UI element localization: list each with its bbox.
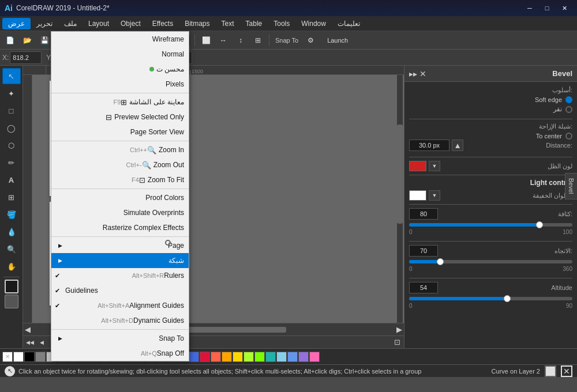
altitude-track[interactable] — [409, 297, 572, 300]
menu-zoom-fit[interactable]: F4 ⊡ Zoom To Fit — [51, 172, 189, 187]
menu-preview-selected[interactable]: ⊟ Preview Selected Only — [51, 110, 189, 125]
altitude-thumb[interactable] — [504, 295, 511, 302]
text-tool[interactable]: A — [2, 172, 21, 188]
menu-tools[interactable]: Tools — [268, 18, 295, 29]
soft-edge-option[interactable]: Soft edge — [409, 96, 572, 103]
menu-zoom-out[interactable]: Ctrl+- 🔍 Zoom Out — [51, 157, 189, 172]
color-black[interactable] — [24, 352, 35, 362]
distance-up-btn[interactable]: ▲ — [452, 140, 463, 151]
fit-height-btn[interactable]: ↕ — [233, 33, 248, 47]
open-btn[interactable]: 📂 — [20, 33, 35, 47]
to-center-option[interactable]: To center — [409, 133, 572, 140]
menu-bitmaps[interactable]: Bitmaps — [179, 18, 215, 29]
menu-edit[interactable]: تحرير — [31, 18, 58, 29]
scroll-left-btn[interactable]: ◀ — [23, 323, 32, 336]
menu-rulers[interactable]: ✔ Alt+Shift+R Rulers — [51, 268, 189, 283]
maximize-button[interactable]: □ — [539, 2, 555, 14]
zoom-tool[interactable]: 🔍 — [2, 241, 21, 257]
color-hotpink[interactable] — [309, 352, 320, 362]
eyedropper-tool[interactable]: 💧 — [2, 224, 21, 240]
fill-tool[interactable]: 🪣 — [2, 206, 21, 223]
menu-pixels[interactable]: Pixels — [51, 77, 189, 92]
menu-table[interactable]: Table — [240, 18, 268, 29]
menu-fullscreen[interactable]: F9 ⊞ معاينة على الشاشة — [51, 95, 189, 110]
table-tool[interactable]: ⊞ — [2, 189, 21, 205]
ellipse-tool[interactable]: ◯ — [2, 120, 21, 136]
menu-grid-sub[interactable]: ▶ شبكة — [51, 253, 189, 268]
menu-wireframe[interactable]: Wireframe — [51, 32, 189, 47]
intensity-input[interactable] — [409, 208, 438, 220]
status-color-fill[interactable] — [545, 365, 556, 377]
altitude-input[interactable] — [409, 282, 438, 293]
scrollbar-v[interactable] — [397, 75, 403, 323]
direction-track[interactable] — [409, 260, 572, 263]
x-input[interactable] — [10, 51, 42, 64]
light-color-swatch[interactable] — [409, 190, 426, 201]
emboss-option[interactable]: نقر — [409, 105, 572, 113]
scrollbar-thumb-v[interactable] — [397, 125, 403, 224]
intensity-thumb[interactable] — [536, 221, 543, 228]
menu-effects[interactable]: Effects — [147, 18, 179, 29]
shadow-color-swatch[interactable] — [409, 161, 426, 171]
color-gold[interactable] — [233, 352, 243, 362]
menu-snap-off[interactable]: Alt+Q Snap Off — [51, 346, 189, 361]
menu-view[interactable]: عرض — [2, 18, 31, 29]
menu-normal[interactable]: Normal — [51, 47, 189, 62]
menu-help[interactable]: تعليمات — [332, 18, 366, 29]
fit-page-btn[interactable]: ⬜ — [198, 33, 213, 47]
shadow-color-btn[interactable]: ▼ — [429, 161, 440, 171]
pen-tool[interactable]: ✏ — [2, 154, 21, 171]
close-button[interactable]: ✕ — [556, 2, 572, 14]
color-cornflowerblue[interactable] — [287, 352, 298, 362]
shape-tool[interactable]: ✦ — [2, 85, 21, 101]
color-crimson[interactable] — [200, 352, 210, 362]
select-tool[interactable]: ↖ — [2, 68, 21, 84]
color-skyblue[interactable] — [276, 352, 287, 362]
menu-dynamic-guides[interactable]: Alt+Shift+D Dynamic Guides — [51, 313, 189, 328]
emboss-radio[interactable] — [565, 106, 572, 113]
panel-expand-btn[interactable]: ▸▸ — [409, 69, 417, 78]
menu-file[interactable]: ملف — [58, 18, 83, 29]
outline-color-btn[interactable] — [5, 280, 18, 293]
color-lightseagreen[interactable] — [265, 352, 276, 362]
intensity-track[interactable] — [409, 223, 572, 227]
soft-edge-radio[interactable] — [565, 96, 572, 103]
color-royalblue[interactable] — [189, 352, 199, 362]
settings-btn[interactable]: ⚙ — [303, 33, 318, 47]
menu-page-sub[interactable]: ▶ Page — [51, 238, 189, 253]
fill-color-btn[interactable] — [5, 295, 18, 308]
menu-object[interactable]: Object — [115, 18, 147, 29]
launch-btn[interactable]: Launch — [320, 33, 355, 47]
new-btn[interactable]: 📄 — [2, 33, 17, 47]
menu-rasterize[interactable]: Rasterize Complex Effects — [51, 220, 189, 235]
direction-thumb[interactable] — [437, 258, 444, 265]
menu-page-sorter[interactable]: Page Sorter View — [51, 125, 189, 140]
menu-proof-colors[interactable]: Proof Colors — [51, 190, 189, 205]
to-center-radio[interactable] — [565, 133, 572, 140]
grid-btn[interactable]: ⊞ — [250, 33, 265, 47]
menu-enhanced[interactable]: محسن ت — [51, 62, 189, 77]
color-orange2[interactable] — [222, 352, 232, 362]
color-greenyellow[interactable] — [243, 352, 254, 362]
menu-simulate-overprints[interactable]: Simulate Overprints — [51, 205, 189, 220]
page-nav-prev[interactable]: ◀ — [37, 340, 46, 345]
menu-text[interactable]: Text — [216, 18, 240, 29]
color-white[interactable] — [13, 352, 24, 362]
direction-input[interactable] — [409, 245, 438, 257]
color-mediumpurple[interactable] — [298, 352, 309, 362]
save-btn[interactable]: 💾 — [37, 33, 52, 47]
color-lawngreen[interactable] — [254, 352, 265, 362]
color-gray[interactable] — [35, 352, 46, 362]
bevel-side-tab[interactable]: Bevel — [565, 173, 577, 199]
menu-layout[interactable]: Layout — [83, 18, 115, 29]
minimize-button[interactable]: ─ — [522, 2, 538, 14]
no-color-btn[interactable]: ✕ — [2, 352, 13, 362]
page-nav-first[interactable]: ◀◀ — [25, 340, 35, 345]
menu-zoom-in[interactable]: Ctrl++ 🔍 Zoom In — [51, 142, 189, 157]
fit-page-btn-2[interactable]: ⊡ — [392, 338, 402, 346]
menu-alignment-guides[interactable]: ✔ Alt+Shift+A Alignment Guides — [51, 298, 189, 313]
menu-window[interactable]: Window — [295, 18, 332, 29]
fit-width-btn[interactable]: ↔ — [216, 33, 231, 47]
panel-close-btn[interactable]: ✕ — [419, 69, 426, 78]
color-tomato[interactable] — [211, 352, 221, 362]
